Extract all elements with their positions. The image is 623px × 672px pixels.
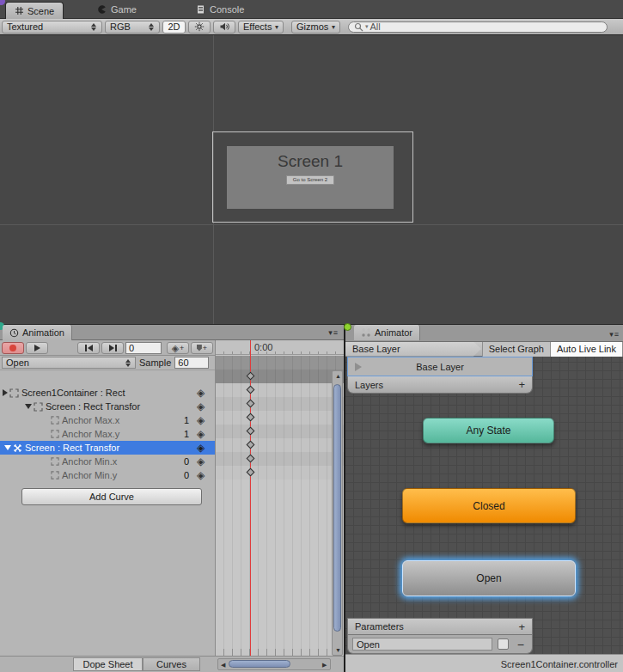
search-value: All bbox=[370, 21, 381, 32]
breadcrumb-base-layer[interactable]: Base Layer bbox=[345, 342, 481, 357]
scroll-right-icon[interactable]: ▶ bbox=[322, 662, 327, 669]
keyframe-diamond-icon[interactable]: ◈ bbox=[197, 428, 205, 440]
clock-icon bbox=[9, 328, 19, 338]
effects-label: Effects bbox=[243, 21, 272, 32]
go-to-screen2-button[interactable]: Go to Screen 2 bbox=[286, 175, 334, 185]
dopesheet[interactable]: 0:00 ▲ ▼ bbox=[215, 340, 344, 656]
panel-menu-icon[interactable]: ▾≡ bbox=[328, 328, 339, 337]
effects-dropdown[interactable]: Effects ▾ bbox=[238, 21, 284, 34]
parameter-name-input[interactable]: Open bbox=[352, 638, 492, 651]
channel-value: RGB bbox=[110, 21, 131, 32]
channel-dropdown[interactable]: RGB bbox=[105, 21, 160, 34]
property-row-selected[interactable]: Screen : Rect Transfor ◈ bbox=[0, 441, 215, 455]
tab-animation[interactable]: Animation bbox=[3, 325, 72, 340]
tab-game[interactable]: Game bbox=[96, 0, 137, 19]
parameters-header[interactable]: Parameters + bbox=[347, 618, 533, 635]
record-button[interactable] bbox=[2, 342, 24, 354]
gizmos-dropdown[interactable]: Gizmos ▾ bbox=[291, 21, 340, 34]
select-graph-button[interactable]: Select Graph bbox=[482, 342, 550, 357]
dopesheet-row bbox=[216, 466, 344, 480]
lighting-toggle-button[interactable] bbox=[188, 21, 211, 34]
property-row[interactable]: Anchor Min.y 0 ◈ bbox=[0, 468, 215, 482]
play-button[interactable] bbox=[26, 342, 48, 354]
keyframe-diamond-icon[interactable]: ◈ bbox=[197, 414, 205, 426]
keyframe-diamond-icon[interactable]: ◈ bbox=[197, 469, 205, 481]
foldout-expanded-icon[interactable] bbox=[25, 404, 32, 409]
property-row[interactable]: Anchor Min.x 0 ◈ bbox=[0, 455, 215, 468]
dopesheet-row bbox=[216, 397, 344, 411]
foldout-expanded-icon[interactable] bbox=[4, 445, 11, 450]
add-layer-button[interactable]: + bbox=[518, 378, 525, 391]
timeline-ruler[interactable]: 0:00 bbox=[216, 340, 344, 355]
scroll-up-icon[interactable]: ▲ bbox=[335, 373, 341, 379]
property-row[interactable]: Anchor Max.x 1 ◈ bbox=[0, 413, 215, 427]
ui-canvas-outline: Screen 1 Go to Screen 2 bbox=[212, 131, 413, 223]
remove-parameter-button[interactable]: − bbox=[517, 638, 524, 651]
keyframe-diamond-icon[interactable]: ◈ bbox=[197, 387, 205, 399]
property-row[interactable]: Screen1Container : Rect ◈ bbox=[0, 386, 215, 400]
add-parameter-button[interactable]: + bbox=[518, 620, 525, 633]
first-frame-button[interactable] bbox=[77, 342, 100, 354]
animation-panel: Animation ▾≡ 0 ◈+ + Open Sample 60 bbox=[0, 324, 344, 672]
scene-view[interactable]: Screen 1 Go to Screen 2 bbox=[0, 35, 623, 324]
tab-animator[interactable]: Animator bbox=[354, 325, 420, 340]
frame-input[interactable]: 0 bbox=[125, 342, 162, 354]
animator-graph-area[interactable]: Base Layer Layers + Any State Closed Ope… bbox=[345, 357, 623, 654]
event-marker-icon bbox=[197, 345, 202, 351]
animation-controls: 0 ◈+ + bbox=[0, 340, 215, 356]
toggle-2d-button[interactable]: 2D bbox=[162, 21, 186, 34]
keyframe-diamond-icon[interactable]: ◈ bbox=[197, 455, 205, 467]
scene-grid-line-horizontal bbox=[0, 224, 623, 225]
sample-input[interactable]: 60 bbox=[174, 357, 209, 369]
layer-row-base-layer[interactable]: Base Layer bbox=[347, 357, 533, 376]
vertical-scrollbar[interactable]: ▲ ▼ bbox=[332, 370, 343, 656]
audio-speaker-icon bbox=[219, 21, 229, 32]
keyframe-diamond-icon[interactable]: ◈ bbox=[197, 400, 205, 412]
layers-bar[interactable]: Layers + bbox=[347, 376, 533, 394]
chevron-down-icon: ▾ bbox=[332, 23, 335, 31]
add-keyframe-button[interactable]: ◈+ bbox=[167, 342, 189, 354]
dopesheet-band bbox=[216, 356, 344, 370]
clip-dropdown[interactable]: Open bbox=[2, 357, 136, 369]
last-frame-button[interactable] bbox=[101, 342, 124, 354]
top-tabstrip: Scene Game Console bbox=[0, 0, 623, 19]
property-label: Screen : Rect Transfor bbox=[46, 401, 140, 412]
state-node-any-state[interactable]: Any State bbox=[423, 418, 554, 443]
property-label: Screen1Container : Rect bbox=[21, 388, 125, 398]
keyframe-diamond-icon[interactable]: ◈ bbox=[197, 442, 205, 454]
tab-dope-sheet[interactable]: Dope Sheet bbox=[73, 657, 143, 671]
controller-path-label: Screen1Container.controller bbox=[501, 659, 618, 669]
horizontal-scrollbar-thumb[interactable] bbox=[229, 660, 290, 668]
search-filter-caret-icon: ▾ bbox=[365, 23, 369, 30]
property-row[interactable]: Anchor Max.y 1 ◈ bbox=[0, 427, 215, 441]
scroll-down-icon[interactable]: ▼ bbox=[335, 647, 341, 653]
tab-curves[interactable]: Curves bbox=[143, 657, 200, 671]
parameter-bool-checkbox[interactable] bbox=[498, 638, 509, 650]
foldout-collapsed-icon[interactable] bbox=[3, 389, 8, 396]
render-mode-dropdown[interactable]: Textured bbox=[2, 21, 102, 34]
updown-arrows-icon bbox=[91, 23, 97, 31]
dopesheet-row bbox=[216, 411, 344, 425]
dopesheet-row bbox=[216, 438, 344, 452]
auto-live-link-button[interactable]: Auto Live Link bbox=[550, 342, 623, 357]
audio-toggle-button[interactable] bbox=[213, 21, 235, 34]
property-value: 1 bbox=[184, 415, 189, 425]
vertical-scrollbar-thumb[interactable] bbox=[333, 384, 341, 632]
property-row[interactable]: Screen : Rect Transfor ◈ bbox=[0, 400, 215, 413]
add-curve-button[interactable]: Add Curve bbox=[21, 488, 202, 505]
panel-menu-icon[interactable]: ▾≡ bbox=[609, 330, 620, 339]
horizontal-scrollbar[interactable]: ◀ ▶ bbox=[217, 658, 331, 670]
ruler-time-label: 0:00 bbox=[254, 342, 272, 352]
skip-last-icon bbox=[109, 345, 114, 351]
parameter-row: Open − bbox=[347, 635, 533, 654]
add-event-button[interactable]: + bbox=[191, 342, 213, 354]
chevron-down-icon: ▾ bbox=[275, 23, 278, 31]
tab-console[interactable]: Console bbox=[196, 0, 244, 19]
state-node-open[interactable]: Open bbox=[402, 560, 576, 596]
scroll-left-icon[interactable]: ◀ bbox=[221, 662, 225, 669]
screen1-panel[interactable]: Screen 1 Go to Screen 2 bbox=[227, 146, 394, 209]
tab-scene[interactable]: Scene bbox=[5, 2, 64, 19]
scene-search-input[interactable]: ▾ All bbox=[348, 21, 608, 33]
property-label: Screen : Rect Transfor bbox=[25, 443, 119, 453]
state-node-closed[interactable]: Closed bbox=[402, 488, 576, 523]
